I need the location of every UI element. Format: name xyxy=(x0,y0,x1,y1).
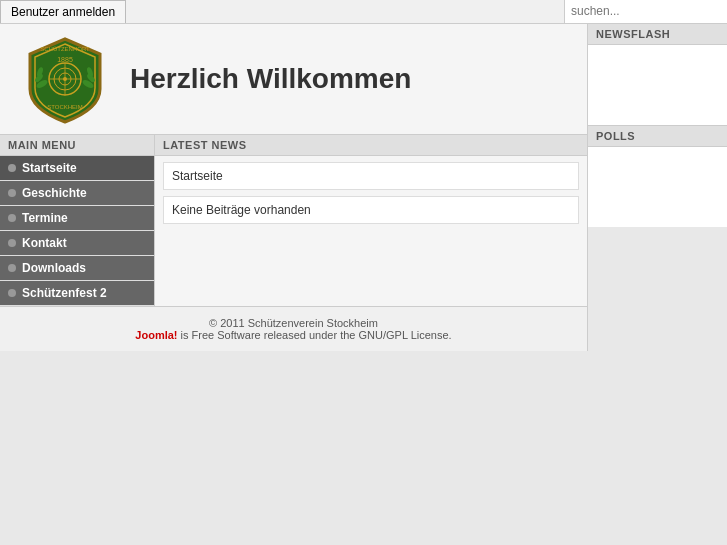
lower-layout: MAIN MENU Startseite Geschichte Termine xyxy=(0,135,587,306)
svg-text:SCHÜTZENHORT: SCHÜTZENHORT xyxy=(40,46,90,52)
page-title: Herzlich Willkommen xyxy=(130,63,411,95)
footer-license: Joomla! is Free Software released under … xyxy=(10,329,577,341)
sidebar-item-label: Downloads xyxy=(22,261,86,275)
sidebar-item-label: Schützenfest 2 xyxy=(22,286,107,300)
polls-header: POLLS xyxy=(588,125,727,147)
news-item-0: Startseite xyxy=(163,162,579,190)
footer-license-text: is Free Software released under the GNU/… xyxy=(178,329,452,341)
polls-content xyxy=(588,147,727,227)
site-logo: 1885 SCHÜTZENHORT STOCKHEIM xyxy=(20,34,110,124)
sidebar-bullet xyxy=(8,289,16,297)
top-bar: Benutzer anmelden xyxy=(0,0,727,24)
footer: © 2011 Schützenverein Stockheim Joomla! … xyxy=(0,306,587,351)
sidebar-item-label: Kontakt xyxy=(22,236,67,250)
header: 1885 SCHÜTZENHORT STOCKHEIM Herzlich Wil… xyxy=(0,24,587,135)
main-layout: 1885 SCHÜTZENHORT STOCKHEIM Herzlich Wil… xyxy=(0,24,727,351)
newsflash-header: NEWSFLASH xyxy=(588,24,727,45)
search-input[interactable] xyxy=(571,4,721,18)
sidebar-bullet xyxy=(8,189,16,197)
sidebar-item-label: Startseite xyxy=(22,161,77,175)
content-header: LATEST NEWS xyxy=(155,135,587,156)
search-area xyxy=(564,0,727,23)
sidebar-bullet xyxy=(8,264,16,272)
news-item-text: Keine Beiträge vorhanden xyxy=(172,203,311,217)
sidebar-bullet xyxy=(8,214,16,222)
sidebar: MAIN MENU Startseite Geschichte Termine xyxy=(0,135,155,306)
top-spacer xyxy=(126,0,564,23)
sidebar-item-termine[interactable]: Termine xyxy=(0,206,154,231)
sidebar-item-label: Geschichte xyxy=(22,186,87,200)
newsflash-content xyxy=(588,45,727,125)
sidebar-bullet xyxy=(8,239,16,247)
sidebar-item-schuetzenfest[interactable]: Schützenfest 2 xyxy=(0,281,154,306)
sidebar-item-kontakt[interactable]: Kontakt xyxy=(0,231,154,256)
footer-copyright: © 2011 Schützenverein Stockheim xyxy=(10,317,577,329)
right-column: NEWSFLASH POLLS xyxy=(587,24,727,351)
logo-container: 1885 SCHÜTZENHORT STOCKHEIM xyxy=(20,34,110,124)
left-center: 1885 SCHÜTZENHORT STOCKHEIM Herzlich Wil… xyxy=(0,24,587,351)
sidebar-item-geschichte[interactable]: Geschichte xyxy=(0,181,154,206)
login-button[interactable]: Benutzer anmelden xyxy=(0,0,126,23)
sidebar-header: MAIN MENU xyxy=(0,135,154,156)
svg-text:STOCKHEIM: STOCKHEIM xyxy=(47,104,83,110)
footer-joomla-link[interactable]: Joomla! xyxy=(135,329,177,341)
sidebar-item-label: Termine xyxy=(22,211,68,225)
sidebar-item-downloads[interactable]: Downloads xyxy=(0,256,154,281)
content-area: LATEST NEWS Startseite Keine Beiträge vo… xyxy=(155,135,587,306)
news-item-text: Startseite xyxy=(172,169,223,183)
news-item-1: Keine Beiträge vorhanden xyxy=(163,196,579,224)
sidebar-item-startseite[interactable]: Startseite xyxy=(0,156,154,181)
svg-text:1885: 1885 xyxy=(57,56,73,63)
sidebar-bullet xyxy=(8,164,16,172)
